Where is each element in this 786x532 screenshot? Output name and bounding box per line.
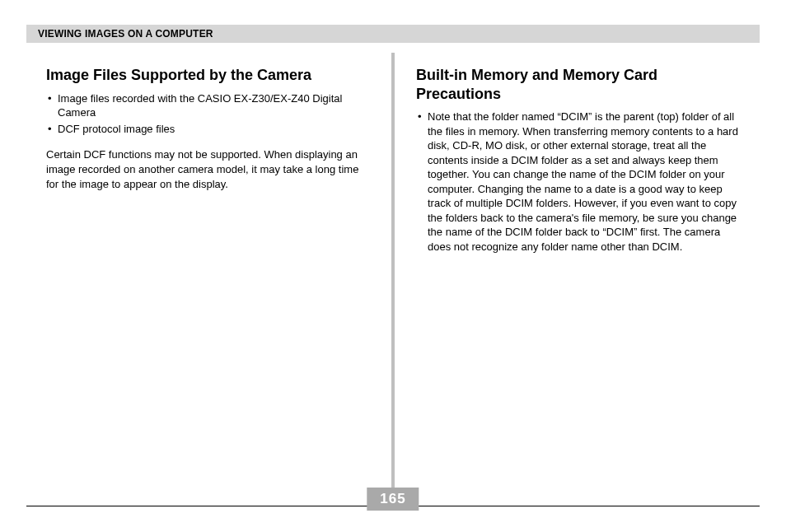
page-number: 165 [367, 488, 419, 511]
right-bullet-list: Note that the folder named “DCIM” is the… [416, 110, 740, 254]
page-footer: 165 [26, 489, 760, 511]
right-column: Built-in Memory and Memory Card Precauti… [393, 53, 786, 488]
content-columns: Image Files Supported by the Camera Imag… [0, 53, 786, 488]
list-item: DCF protocol image files [46, 122, 370, 137]
left-column: Image Files Supported by the Camera Imag… [0, 53, 393, 488]
section-header-bar: VIEWING IMAGES ON A COMPUTER [26, 25, 760, 43]
left-heading: Image Files Supported by the Camera [46, 66, 370, 85]
list-item: Image files recorded with the CASIO EX-Z… [46, 91, 370, 120]
left-paragraph: Certain DCF functions may not be support… [46, 147, 370, 192]
section-header-text: VIEWING IMAGES ON A COMPUTER [38, 28, 213, 40]
manual-page: VIEWING IMAGES ON A COMPUTER Image Files… [0, 0, 786, 532]
right-heading: Built-in Memory and Memory Card Precauti… [416, 66, 740, 103]
left-bullet-list: Image files recorded with the CASIO EX-Z… [46, 91, 370, 137]
list-item: Note that the folder named “DCIM” is the… [416, 110, 740, 254]
